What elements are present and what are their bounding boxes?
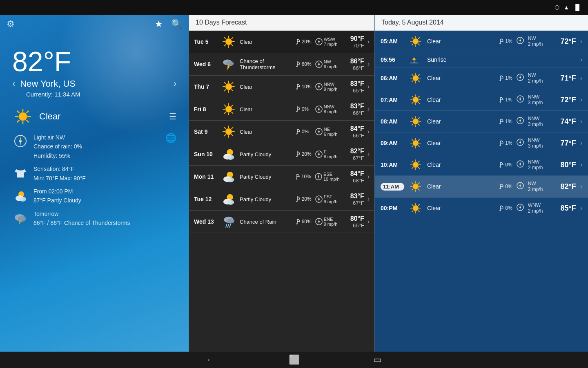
forecast-item[interactable]: Sat 9 Clear 0% NE6 mp/h 84°F 66°F › — [189, 121, 374, 143]
forecast-item[interactable]: Wed 6 Chance of Thunderstorms 60% NW6 mp… — [189, 53, 374, 76]
today-item[interactable]: 08:AM Clear 1% NNW3 mp/h 74°F › — [375, 111, 588, 132]
forecast-header: 10 Days Forecast — [189, 15, 374, 31]
current-temperature: 82°F — [12, 47, 176, 75]
list-icon[interactable]: ☰ — [169, 112, 176, 121]
forecast-list[interactable]: Tue 5 Clear 20% WSW7 mp/h 90°F 70°F › — [189, 31, 374, 352]
today-arrow: › — [580, 139, 582, 147]
shirt-icon — [12, 164, 29, 181]
forecast-item[interactable]: Tue 5 Clear 20% WSW7 mp/h 90°F 70°F › — [189, 31, 374, 53]
forecast-rain: 20% — [294, 38, 312, 45]
today-temp: 80°F — [555, 161, 576, 169]
forecast-item[interactable]: Wed 13 Chance of Rain 60% ENE9 mp/h 80°F… — [189, 211, 374, 233]
today-item[interactable]: 09:AM Clear 1% NNW3 mp/h 77°F › — [375, 132, 588, 154]
today-icon — [408, 34, 423, 49]
svg-line-196 — [418, 167, 419, 168]
forecast-day-icon — [221, 214, 236, 229]
svg-line-26 — [232, 38, 233, 39]
home-button[interactable]: ⬜ — [289, 355, 300, 365]
current-condition-row: Clear ☰ — [12, 106, 176, 127]
settings-icon[interactable]: ⚙ — [7, 19, 15, 29]
svg-line-154 — [418, 102, 419, 103]
forecast-item[interactable]: Sun 10 Partly Cloudy 20% E8 mp/h 82°F 67… — [189, 143, 374, 166]
svg-point-204 — [413, 184, 419, 189]
forecast-date: Thu 7 — [194, 83, 218, 90]
svg-line-77 — [225, 135, 226, 136]
svg-point-55 — [225, 106, 232, 112]
svg-line-224 — [418, 211, 419, 212]
today-time: 05:AM — [381, 38, 404, 45]
today-desc: Clear — [427, 162, 493, 168]
forecast-temps: 83°F 67°F — [343, 193, 364, 206]
svg-point-117 — [413, 38, 419, 44]
current-weather-icon — [12, 106, 33, 127]
forecast-arrow: › — [368, 61, 370, 68]
forecast-desc: Clear — [240, 106, 291, 112]
today-item[interactable]: 06:AM Clear 1% NW2 mp/h 71°F › — [375, 67, 588, 89]
svg-point-17 — [18, 216, 26, 222]
svg-marker-188 — [520, 139, 521, 142]
svg-point-218 — [413, 205, 419, 211]
svg-marker-68 — [318, 109, 319, 112]
svg-marker-82 — [318, 132, 319, 135]
forecast-item[interactable]: Mon 11 Partly Cloudy 10% ESE10 mp/h 84°F… — [189, 166, 374, 188]
svg-point-15 — [20, 197, 26, 202]
today-item[interactable]: 11:AM Clear 0% NW2 mp/h 82°F › — [375, 176, 588, 197]
svg-marker-97 — [318, 174, 319, 177]
search-icon[interactable]: 🔍 — [171, 19, 182, 29]
partly-cloudy-icon-sm — [12, 188, 29, 204]
sunrise-label: Sunrise — [427, 56, 446, 63]
forecast-item[interactable]: Fri 8 Clear 0% NNW8 mp/h 83°F 66°F › — [189, 98, 374, 121]
svg-line-184 — [412, 146, 413, 147]
today-wind-icon — [517, 139, 524, 148]
today-time: 11:AM — [381, 183, 404, 191]
forecast-rain: 20% — [294, 196, 312, 202]
svg-line-25 — [232, 45, 233, 46]
forecast-desc: Partly Cloudy — [240, 196, 291, 202]
globe-icon[interactable]: 🌐 — [165, 133, 176, 144]
forecast-arrow: › — [368, 128, 370, 135]
star-icon[interactable]: ★ — [155, 19, 163, 29]
today-item[interactable]: 05:AM Clear 1% NW2 mp/h 72°F › — [375, 31, 588, 52]
from-time-text: From 02:00 PM 87°F Partly Cloudy — [33, 187, 81, 205]
status-bar: ⬡ ▲ ▐▌ — [0, 0, 588, 15]
forecast-temps: 84°F 66°F — [343, 125, 364, 139]
svg-marker-146 — [520, 74, 521, 77]
today-temp: 72°F — [555, 96, 576, 104]
today-item[interactable]: 07:AM Clear 1% NNW3 mp/h 72°F › — [375, 89, 588, 111]
forecast-rain: 60% — [294, 61, 312, 67]
forecast-rain: 20% — [294, 151, 312, 157]
forecast-rain: 10% — [294, 83, 312, 90]
today-item[interactable]: 00:PM Clear 0% WNW2 mp/h 85°F › — [375, 197, 588, 219]
recents-button[interactable]: ▭ — [373, 355, 382, 365]
svg-line-62 — [232, 105, 233, 106]
next-city-arrow[interactable]: › — [174, 79, 176, 89]
svg-line-153 — [412, 96, 413, 97]
today-wind-icon — [517, 160, 524, 169]
svg-line-226 — [412, 211, 413, 212]
today-time: 10:AM — [381, 162, 404, 168]
today-item[interactable]: 10:AM Clear 0% NNW2 mp/h 80°F › — [375, 154, 588, 176]
today-desc: Clear — [427, 183, 493, 190]
forecast-wind: E8 mp/h — [315, 149, 340, 159]
forecast-arrow: › — [368, 105, 370, 113]
forecast-item[interactable]: Thu 7 Clear 10% NNW9 mp/h 83°F 65°F › — [189, 76, 374, 98]
svg-line-169 — [418, 118, 419, 119]
svg-line-109 — [226, 224, 227, 227]
battery-icon: ▐▌ — [573, 4, 581, 11]
today-wind-info: NW2 mp/h — [528, 72, 551, 84]
bluetooth-icon: ⬡ — [555, 4, 559, 11]
svg-marker-231 — [520, 207, 521, 210]
today-icon — [408, 179, 423, 194]
today-list[interactable]: 05:AM Clear 1% NW2 mp/h 72°F › 05:56 — [375, 31, 588, 352]
forecast-temps: 83°F 66°F — [343, 103, 364, 116]
back-button[interactable]: ← — [206, 355, 215, 365]
svg-line-225 — [418, 204, 419, 206]
forecast-item[interactable]: Tue 12 Partly Cloudy 20% ESE9 mp/h 83°F … — [189, 188, 374, 211]
forecast-desc: Clear — [240, 39, 291, 45]
svg-line-46 — [225, 83, 226, 84]
svg-line-140 — [418, 81, 419, 82]
svg-line-24 — [225, 38, 226, 39]
svg-marker-129 — [520, 38, 521, 40]
prev-city-arrow[interactable]: ‹ — [12, 79, 15, 89]
svg-marker-67 — [318, 106, 319, 109]
